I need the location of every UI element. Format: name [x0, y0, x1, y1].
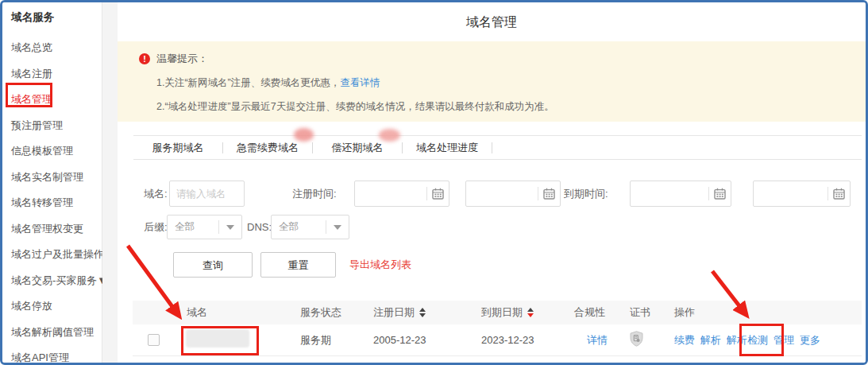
reg-date-to-input[interactable] — [466, 188, 538, 200]
action-resolve-check[interactable]: 解析检测 — [727, 333, 768, 348]
column-header-reg-date: 注册日期 — [373, 305, 481, 320]
expire-date-to-input[interactable] — [754, 188, 827, 200]
view-details-link[interactable]: 查看详情 — [340, 77, 380, 88]
tab-redemption[interactable]: 偿还期域名 — [313, 141, 402, 155]
certificate-shield-icon — [630, 331, 643, 349]
input-divider — [326, 220, 326, 234]
reg-date-from-input[interactable] — [355, 188, 426, 200]
action-manage[interactable]: 管理 — [773, 333, 794, 348]
sidebar-item-overview[interactable]: 域名总览 — [2, 35, 102, 61]
suffix-select-value: 全部 — [168, 220, 218, 234]
compliance-details-link[interactable]: 详情 — [587, 334, 608, 346]
chevron-down-icon — [226, 225, 234, 230]
column-header-domain: 域名 — [187, 305, 300, 320]
table-row: 服务期 2005-12-23 2023-12-23 详情 续费 解析 解析检测 … — [133, 324, 862, 356]
suffix-filter-label: 后缀: — [144, 215, 168, 239]
export-domain-list-link[interactable]: 导出域名列表 — [349, 252, 411, 278]
action-resolve[interactable]: 解析 — [700, 333, 721, 348]
sort-icon-expire-date[interactable] — [527, 308, 534, 317]
calendar-icon[interactable] — [714, 188, 726, 200]
input-divider — [538, 187, 538, 200]
domain-search-box — [169, 181, 245, 207]
calendar-icon[interactable] — [432, 188, 444, 200]
domain-search-input[interactable] — [170, 188, 244, 200]
alert-icon: ! — [139, 53, 150, 64]
column-header-compliance: 合规性 — [574, 305, 630, 320]
tab-progress[interactable]: 域名处理进度 — [403, 141, 492, 155]
calendar-icon[interactable] — [833, 188, 845, 200]
sidebar-item-register[interactable]: 域名注册 — [2, 61, 102, 87]
action-renew[interactable]: 续费 — [674, 333, 695, 348]
reg-date-to-box — [465, 181, 561, 207]
column-header-status: 服务状态 — [300, 305, 373, 320]
sidebar-item-parking[interactable]: 域名停放 — [2, 293, 102, 320]
domain-filter-label: 域名: — [144, 181, 168, 207]
domain-table: 域名 服务状态 注册日期 到期日期 合规性 证书 操作 服务期 2005-12-… — [133, 301, 862, 356]
domain-management-page: 域名服务 域名总览 域名注册 域名管理 预注册管理 信息模板管理 域名实名制管理… — [0, 0, 868, 365]
sidebar-header: 域名服务 — [2, 2, 102, 23]
query-button[interactable]: 查询 — [173, 252, 253, 278]
sidebar-item-info-template[interactable]: 信息模板管理 — [2, 138, 102, 165]
sidebar-item-transfer[interactable]: 域名转移管理 — [2, 190, 102, 216]
input-divider — [218, 220, 219, 234]
filter-row-3: 查询 重置 导出域名列表 — [118, 252, 866, 278]
notice-title: 温馨提示： — [156, 52, 208, 66]
tab-bar: 服务期域名 急需续费域名 偿还期域名 域名处理进度 — [133, 135, 862, 160]
tab-divider — [492, 142, 492, 153]
column-header-expire-date-label: 到期日期 — [481, 305, 523, 320]
expire-date-cell: 2023-12-23 — [481, 334, 574, 346]
column-header-reg-date-label: 注册日期 — [373, 305, 415, 320]
sort-icon-reg-date[interactable] — [419, 308, 426, 317]
sidebar-list: 域名总览 域名注册 域名管理 预注册管理 信息模板管理 域名实名制管理 域名转移… — [2, 35, 102, 365]
status-cell: 服务期 — [300, 333, 373, 348]
column-header-certificate: 证书 — [630, 305, 674, 320]
notice-line-1-text: 1.关注“新网域名”注册、续费域名更优惠， — [156, 77, 340, 88]
input-divider — [426, 187, 427, 200]
input-divider — [827, 187, 828, 200]
dns-select[interactable]: 全部 — [271, 215, 349, 239]
expire-date-from-input[interactable] — [631, 188, 708, 200]
reset-button[interactable]: 重置 — [260, 252, 336, 278]
row-checkbox[interactable] — [148, 334, 160, 346]
reg-time-filter-label: 注册时间: — [292, 181, 337, 207]
action-more[interactable]: 更多 — [800, 333, 820, 348]
chevron-down-icon — [334, 225, 341, 230]
input-divider — [708, 187, 709, 200]
sidebar-item-ownership-batch[interactable]: 域名过户及批量操作 — [2, 242, 102, 268]
tab-service-period[interactable]: 服务期域名 — [133, 141, 222, 155]
sidebar-item-realname[interactable]: 域名实名制管理 — [2, 165, 102, 191]
sidebar-item-preregister[interactable]: 预注册管理 — [2, 113, 102, 139]
main-content: 域名管理 ! 温馨提示： 1.关注“新网域名”注册、续费域名更优惠，查看详情 2… — [118, 2, 866, 363]
sidebar-item-manage[interactable]: 域名管理 — [2, 87, 102, 113]
expire-time-filter-label: 到期时间: — [564, 181, 608, 207]
reg-date-from-box — [354, 181, 449, 207]
suffix-select[interactable]: 全部 — [167, 215, 242, 239]
notice-line-2: 2.“域名处理进度”显示最近7天提交注册、续费的域名情况，结果请以最终付款和成功… — [156, 100, 850, 114]
dns-filter-label: DNS: — [247, 215, 272, 239]
filter-row-2: 后缀: 全部 DNS: 全部 — [118, 215, 866, 239]
expire-date-to-box — [753, 181, 851, 207]
sidebar-item-dns-threshold[interactable]: 域名解析阈值管理 — [2, 320, 102, 346]
sidebar: 域名服务 域名总览 域名注册 域名管理 预注册管理 信息模板管理 域名实名制管理… — [2, 2, 102, 363]
tab-urgent-renew[interactable]: 急需续费域名 — [223, 141, 312, 155]
notice-line-1: 1.关注“新网域名”注册、续费域名更优惠，查看详情 — [156, 76, 850, 90]
filter-row-1: 域名: 注册时间: 到期时间: — [118, 181, 866, 207]
sidebar-item-mgmt-right-change[interactable]: 域名管理权变更 — [2, 216, 102, 243]
column-header-actions: 操作 — [674, 305, 862, 320]
table-header-row: 域名 服务状态 注册日期 到期日期 合规性 证书 操作 — [133, 301, 862, 324]
notice-banner: ! 温馨提示： 1.关注“新网域名”注册、续费域名更优惠，查看详情 2.“域名处… — [118, 41, 866, 122]
dns-select-value: 全部 — [272, 220, 326, 234]
page-title: 域名管理 — [118, 2, 866, 41]
actions-cell: 续费 解析 解析检测 管理 更多 — [674, 333, 862, 348]
column-header-expire-date: 到期日期 — [481, 305, 574, 320]
reg-date-cell: 2005-12-23 — [373, 334, 481, 346]
sidebar-gutter — [102, 2, 118, 363]
sidebar-item-trade-buyer[interactable]: 域名交易-买家服务▼ — [2, 268, 102, 294]
calendar-icon[interactable] — [543, 188, 555, 200]
sidebar-item-api[interactable]: 域名API管理 — [2, 345, 102, 365]
expire-date-from-box — [630, 181, 731, 207]
